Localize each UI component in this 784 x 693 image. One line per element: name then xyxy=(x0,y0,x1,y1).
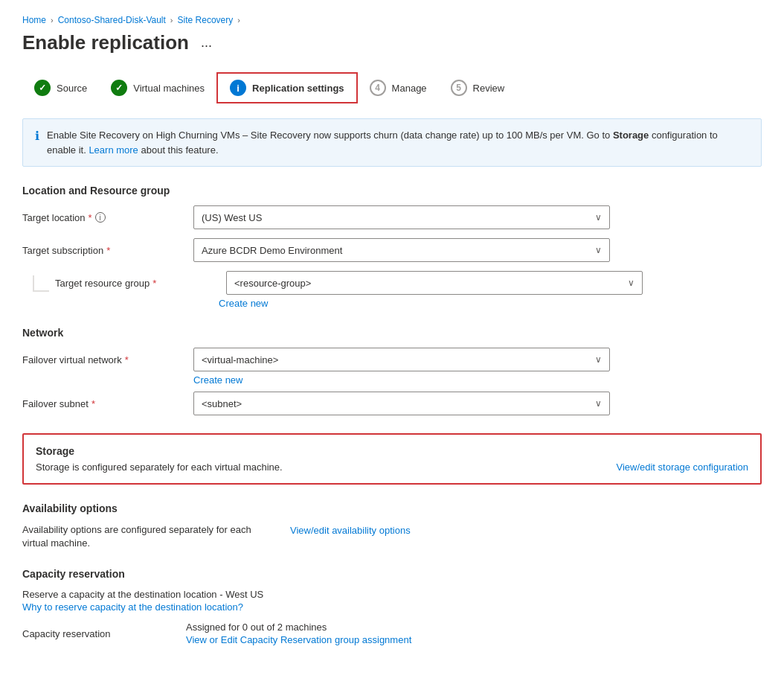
step-review[interactable]: 5 Review xyxy=(439,74,517,102)
section-cap-title: Capacity reservation xyxy=(22,568,762,580)
target-location-chevron: ∨ xyxy=(595,212,602,223)
target-rg-chevron: ∨ xyxy=(628,278,634,288)
field-target-location: Target location * i (US) West US ∨ xyxy=(22,205,762,229)
step-manage-circle: 4 xyxy=(370,80,386,96)
cap-label: Capacity reservation xyxy=(22,628,186,639)
step-review-circle: 5 xyxy=(451,80,467,96)
target-resource-group-dropdown[interactable]: <resource-group> ∨ xyxy=(226,271,643,295)
target-resource-group-label: Target resource group * xyxy=(55,278,219,289)
step-repl-label: Replication settings xyxy=(252,83,344,94)
view-edit-cap-link[interactable]: View or Edit Capacity Reservation group … xyxy=(186,634,411,645)
failover-subnet-value: <subnet> xyxy=(202,398,242,409)
learn-more-link[interactable]: Learn more xyxy=(89,144,138,156)
section-storage: Storage Storage is configured separately… xyxy=(22,433,762,485)
step-source-label: Source xyxy=(57,83,87,94)
section-storage-title: Storage xyxy=(36,445,748,457)
wizard-steps: ✓ Source ✓ Virtual machines i Replicatio… xyxy=(22,72,762,103)
target-rg-value: <resource-group> xyxy=(234,278,311,289)
info-banner-icon: ℹ xyxy=(35,129,39,143)
field-failover-subnet: Failover subnet * <subnet> ∨ xyxy=(22,392,762,415)
section-network: Network Failover virtual network * <virt… xyxy=(22,327,762,415)
step-review-label: Review xyxy=(473,83,505,94)
failover-subnet-dropdown[interactable]: <subnet> ∨ xyxy=(193,392,610,415)
view-edit-storage-link[interactable]: View/edit storage configuration xyxy=(616,462,748,473)
target-location-info-icon[interactable]: i xyxy=(95,212,106,223)
section-avail-title: Availability options xyxy=(22,502,762,514)
section-capacity-reservation: Capacity reservation Reserve a capacity … xyxy=(22,568,762,645)
cap-assigned-text: Assigned for 0 out of 2 machines xyxy=(186,622,411,633)
breadcrumb-sep-2: › xyxy=(170,16,173,25)
step-source-circle: ✓ xyxy=(34,80,51,96)
ellipsis-button[interactable]: ... xyxy=(196,33,216,52)
step-vm-circle: ✓ xyxy=(111,80,127,96)
failover-subnet-label: Failover subnet * xyxy=(22,398,186,409)
view-edit-avail-link[interactable]: View/edit availability options xyxy=(290,525,411,536)
step-repl-circle: i xyxy=(230,80,246,96)
section-location-title: Location and Resource group xyxy=(22,185,762,197)
target-location-value: (US) West US xyxy=(202,212,262,223)
storage-desc: Storage is configured separately for eac… xyxy=(36,462,283,473)
target-subscription-chevron: ∨ xyxy=(595,245,602,255)
breadcrumb-sep-1: › xyxy=(51,16,54,25)
create-new-rg-link[interactable]: Create new xyxy=(219,298,762,309)
info-banner-text: Enable Site Recovery on High Churning VM… xyxy=(47,128,749,157)
info-banner: ℹ Enable Site Recovery on High Churning … xyxy=(22,118,762,167)
cap-dest-text: Reserve a capacity at the destination lo… xyxy=(22,589,762,600)
step-replication-settings[interactable]: i Replication settings xyxy=(216,72,358,103)
target-rg-required: * xyxy=(152,278,156,289)
step-vm-label: Virtual machines xyxy=(133,83,205,94)
breadcrumb-home[interactable]: Home xyxy=(22,15,46,25)
field-target-subscription: Target subscription * Azure BCDR Demo En… xyxy=(22,238,762,262)
failover-subnet-chevron: ∨ xyxy=(595,398,602,409)
why-reserve-link[interactable]: Why to reserve capacity at the destinati… xyxy=(22,601,762,613)
failover-vnet-chevron: ∨ xyxy=(595,354,602,365)
field-failover-vnet: Failover virtual network * <virtual-mach… xyxy=(22,348,762,371)
failover-vnet-required: * xyxy=(125,354,129,365)
cap-value-block: Assigned for 0 out of 2 machines View or… xyxy=(186,622,411,645)
step-source[interactable]: ✓ Source xyxy=(22,74,99,102)
step-virtual-machines[interactable]: ✓ Virtual machines xyxy=(99,74,216,102)
cap-field-row: Capacity reservation Assigned for 0 out … xyxy=(22,622,762,645)
failover-vnet-label: Failover virtual network * xyxy=(22,354,186,365)
target-subscription-required: * xyxy=(106,245,110,256)
target-location-label: Target location * i xyxy=(22,212,186,223)
target-subscription-label: Target subscription * xyxy=(22,245,186,256)
breadcrumb-site-recovery[interactable]: Site Recovery xyxy=(178,15,234,25)
section-location-resource-group: Location and Resource group Target locat… xyxy=(22,185,762,309)
storage-content-row: Storage is configured separately for eac… xyxy=(36,462,748,473)
failover-subnet-required: * xyxy=(91,398,95,409)
failover-vnet-value: <virtual-machine> xyxy=(202,354,278,365)
field-target-resource-group: Target resource group * <resource-group>… xyxy=(55,271,762,295)
target-subscription-value: Azure BCDR Demo Environment xyxy=(202,245,342,256)
avail-content-row: Availability options are configured sepa… xyxy=(22,523,762,550)
breadcrumb: Home › Contoso-Shared-Disk-Vault › Site … xyxy=(22,15,762,25)
section-network-title: Network xyxy=(22,327,762,339)
breadcrumb-vault[interactable]: Contoso-Shared-Disk-Vault xyxy=(58,15,166,25)
target-subscription-dropdown[interactable]: Azure BCDR Demo Environment ∨ xyxy=(193,238,610,262)
step-manage[interactable]: 4 Manage xyxy=(358,74,439,102)
page-title: Enable replication xyxy=(22,31,189,54)
avail-desc: Availability options are configured sepa… xyxy=(22,523,275,550)
create-new-vnet-link[interactable]: Create new xyxy=(193,374,762,386)
target-location-dropdown[interactable]: (US) West US ∨ xyxy=(193,205,610,229)
section-availability-options: Availability options Availability option… xyxy=(22,502,762,550)
target-location-required: * xyxy=(89,212,92,223)
failover-vnet-dropdown[interactable]: <virtual-machine> ∨ xyxy=(193,348,610,371)
breadcrumb-sep-3: › xyxy=(237,16,240,25)
step-manage-label: Manage xyxy=(392,83,427,94)
